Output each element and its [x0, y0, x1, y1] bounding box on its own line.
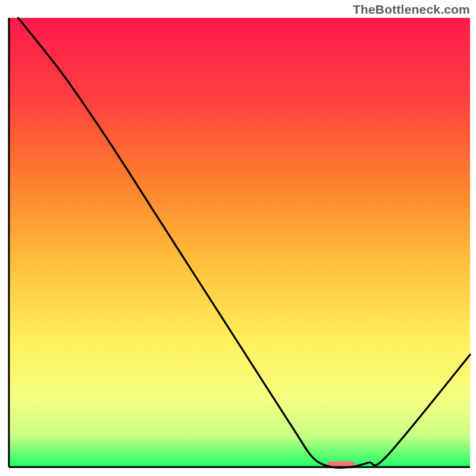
plot-background [9, 18, 470, 467]
chart-svg [0, 0, 476, 476]
bottleneck-chart: TheBottleneck.com [0, 0, 476, 476]
watermark-text: TheBottleneck.com [353, 2, 470, 17]
